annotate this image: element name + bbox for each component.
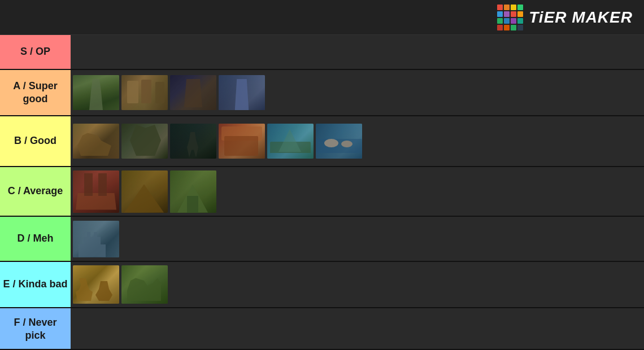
logo-container: TiER MAKER	[497, 5, 633, 30]
logo-text: TiER MAKER	[529, 8, 633, 27]
tier-label-f: F / Neverpick	[0, 308, 71, 349]
card-swimming-scene[interactable]	[316, 124, 362, 159]
tierlist: S / OP A / Supergood	[0, 35, 644, 350]
tier-content-f[interactable]	[71, 308, 644, 349]
card-desert-scene[interactable]	[121, 170, 168, 213]
card-tent-scene[interactable]	[170, 170, 216, 213]
tier-row-e: E / Kinda bad	[0, 262, 644, 308]
tier-content-a[interactable]	[71, 70, 644, 115]
tier-label-c: C / Average	[0, 167, 71, 216]
tier-row-f: F / Neverpick	[0, 308, 644, 350]
card-market-scene[interactable]	[121, 75, 168, 110]
card-cavalry[interactable]	[73, 124, 119, 159]
card-roman-colosseum[interactable]	[73, 170, 119, 213]
tier-content-s[interactable]	[71, 35, 644, 69]
header: TiER MAKER	[0, 0, 644, 35]
card-dark-assassin[interactable]	[170, 124, 216, 159]
tier-content-b[interactable]	[71, 116, 644, 166]
card-desert-warriors[interactable]	[73, 265, 119, 304]
tier-content-e[interactable]	[71, 262, 644, 307]
app: TiER MAKER S / OP A / Supergood	[0, 0, 644, 350]
tier-row-s: S / OP	[0, 35, 644, 70]
card-medieval-battle[interactable]	[121, 124, 168, 159]
card-castle[interactable]	[73, 221, 119, 257]
card-colorful-festival[interactable]	[219, 124, 265, 159]
tier-row-d: D / Meh	[0, 217, 644, 262]
card-horseback-plains[interactable]	[121, 265, 168, 304]
tier-content-d[interactable]	[71, 217, 644, 261]
tier-label-e: E / Kinda bad	[0, 262, 71, 307]
card-green-warrior[interactable]	[73, 75, 119, 110]
card-tropical-paradise[interactable]	[267, 124, 314, 159]
tier-label-s: S / OP	[0, 35, 71, 69]
tier-row-b: B / Good	[0, 116, 644, 167]
tier-row-a: A / Supergood	[0, 70, 644, 116]
tier-label-b: B / Good	[0, 116, 71, 166]
card-royal-court[interactable]	[170, 75, 216, 110]
card-blue-robe[interactable]	[219, 75, 265, 110]
logo-icon	[497, 5, 523, 30]
tier-content-c[interactable]	[71, 167, 644, 216]
tier-label-a: A / Supergood	[0, 70, 71, 115]
tier-row-c: C / Average	[0, 167, 644, 217]
tier-label-d: D / Meh	[0, 217, 71, 261]
